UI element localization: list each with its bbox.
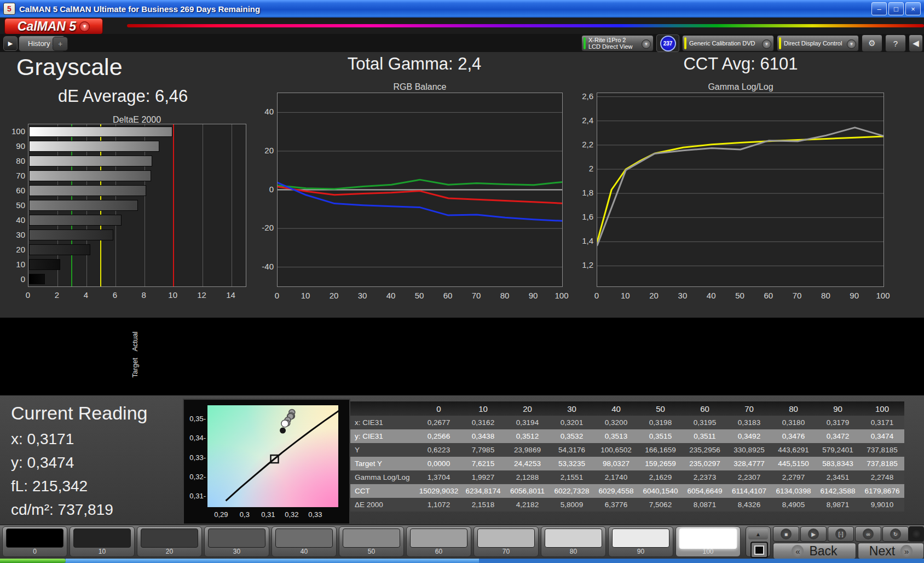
table-cell: 2,1551 bbox=[550, 473, 594, 481]
gear-icon[interactable]: ⚙ bbox=[862, 35, 882, 52]
measured-point-dark bbox=[280, 428, 286, 434]
collapse-panel-icon[interactable]: ◀ bbox=[909, 35, 923, 52]
table-cell: 0,3198 bbox=[638, 418, 683, 427]
table-cell: 0,6223 bbox=[417, 446, 461, 454]
table-cell: 0,3474 bbox=[860, 432, 904, 440]
table-column-header: 80 bbox=[771, 404, 816, 413]
table-cell: 6040,1540 bbox=[638, 487, 683, 495]
refresh-button[interactable]: ↻ bbox=[882, 526, 909, 542]
frame-icon: [·] bbox=[835, 528, 846, 539]
cie-x-tick: 0,3 bbox=[236, 510, 253, 519]
x-tick: 50 bbox=[411, 291, 428, 300]
maximize-button[interactable]: □ bbox=[888, 2, 904, 15]
table-cell: 0,2566 bbox=[417, 432, 461, 440]
y-tick: 2,6 bbox=[570, 91, 593, 101]
play-icon: ▶ bbox=[808, 528, 819, 539]
deltae-x-tick: 8 bbox=[137, 290, 151, 300]
table-cell: 0,3472 bbox=[816, 432, 860, 440]
deltae-bar bbox=[29, 215, 122, 226]
pattern-window-controls: ▲ bbox=[746, 526, 771, 557]
y-tick: 1,4 bbox=[570, 236, 593, 245]
record-circle-icon bbox=[911, 529, 921, 539]
cie-y-tick: 0,34- bbox=[185, 434, 206, 442]
stop-button[interactable]: ■ bbox=[773, 526, 799, 542]
pattern-button-80[interactable]: 80 bbox=[541, 526, 606, 557]
pattern-level-label: 40 bbox=[272, 548, 336, 555]
play-button[interactable]: ▶ bbox=[800, 526, 827, 542]
series-target bbox=[597, 136, 883, 242]
x-tick: 80 bbox=[817, 291, 834, 300]
page-title: Grayscale bbox=[16, 54, 123, 81]
table-row-label: Y bbox=[350, 446, 417, 454]
pattern-button-30[interactable]: 30 bbox=[204, 526, 269, 557]
x-tick: 0 bbox=[268, 291, 286, 300]
pattern-level-label: 30 bbox=[205, 548, 269, 555]
pattern-swatch bbox=[73, 528, 131, 548]
table-cell: 0,3476 bbox=[771, 432, 816, 440]
deltae-y-tick: 30 bbox=[4, 230, 25, 239]
table-row-label: ΔE 2000 bbox=[350, 501, 417, 509]
table-cell: 0,3195 bbox=[683, 418, 727, 427]
table-cell: 445,5150 bbox=[771, 459, 816, 468]
display-status-bar bbox=[779, 37, 781, 49]
pattern-swatch bbox=[612, 528, 669, 548]
source-dropdown[interactable]: Generic Calibration DVD ▼ bbox=[682, 35, 774, 51]
display-control-dropdown[interactable]: Direct Display Control ▼ bbox=[777, 35, 859, 51]
next-button[interactable]: Next » bbox=[858, 543, 924, 559]
frame-button[interactable]: [·] bbox=[828, 526, 854, 542]
pattern-button-100[interactable]: 100 bbox=[675, 526, 741, 557]
meter-dropdown[interactable]: X-Rite i1Pro 2 LCD Direct View ▼ bbox=[581, 35, 654, 51]
pattern-button-0[interactable]: 0 bbox=[2, 526, 67, 557]
table-row-label: y: CIE31 bbox=[350, 432, 417, 440]
y-tick: 1,2 bbox=[570, 260, 593, 269]
table-cell: 0,0000 bbox=[417, 459, 461, 468]
deltae-x-tick: 0 bbox=[21, 290, 34, 300]
table-cell: 7,7985 bbox=[461, 446, 505, 454]
total-gamma-value: Total Gamma: 2,4 bbox=[348, 54, 482, 74]
x-tick: 0 bbox=[588, 291, 605, 300]
gamma-chart-title: Gamma Log/Log bbox=[708, 82, 773, 92]
deltae-bar bbox=[29, 259, 60, 270]
chevron-down-icon: ▼ bbox=[762, 39, 771, 49]
pattern-button-10[interactable]: 10 bbox=[70, 526, 135, 557]
x-tick: 30 bbox=[354, 291, 371, 300]
x-tick: 40 bbox=[382, 291, 400, 300]
table-cell: 6054,6649 bbox=[683, 487, 727, 495]
table-cell: 6234,8174 bbox=[461, 487, 505, 495]
back-button[interactable]: « Back bbox=[773, 543, 856, 559]
pattern-button-20[interactable]: 20 bbox=[137, 526, 202, 557]
continuous-icon: ∞ bbox=[863, 528, 874, 539]
deltae-bar bbox=[29, 274, 45, 285]
pattern-button-90[interactable]: 90 bbox=[608, 526, 673, 557]
table-cell: 0,3511 bbox=[683, 432, 727, 440]
close-button[interactable]: × bbox=[905, 2, 921, 15]
meter-name: X-Rite i1Pro 2 bbox=[588, 37, 640, 43]
y-tick: -40 bbox=[251, 262, 274, 271]
continuous-button[interactable]: ∞ bbox=[855, 526, 881, 542]
table-cell: 0,3183 bbox=[727, 418, 771, 427]
table-cell: 1,9927 bbox=[461, 473, 505, 481]
deltae-x-tick: 10 bbox=[166, 290, 180, 300]
minimize-button[interactable]: – bbox=[871, 2, 887, 15]
table-cell: 98,0327 bbox=[594, 459, 638, 468]
pattern-button-70[interactable]: 70 bbox=[473, 526, 539, 557]
pattern-button-60[interactable]: 60 bbox=[406, 526, 471, 557]
bottom-progress-strip bbox=[0, 559, 924, 563]
pattern-window-button[interactable] bbox=[750, 542, 768, 558]
calman-menu-button[interactable]: CalMAN 5 ▼ bbox=[4, 18, 103, 35]
pattern-button-40[interactable]: 40 bbox=[272, 526, 337, 557]
table-row: Target Y0,00007,621524,425353,323598,032… bbox=[350, 457, 904, 470]
help-icon[interactable]: ? bbox=[885, 35, 906, 52]
add-tab-button[interactable]: + bbox=[53, 37, 68, 51]
meter-mode: LCD Direct View bbox=[588, 43, 640, 50]
table-cell: 579,2401 bbox=[816, 446, 860, 454]
up-arrow-icon[interactable]: ▲ bbox=[748, 528, 768, 539]
tab-expander-icon[interactable]: ▶ bbox=[3, 36, 18, 51]
deltae-x-tick: 6 bbox=[108, 290, 122, 300]
deltae-x-tick: 2 bbox=[50, 290, 63, 300]
deltae-bar bbox=[29, 141, 159, 152]
record-indicator bbox=[909, 526, 924, 542]
pattern-button-50[interactable]: 50 bbox=[339, 526, 404, 557]
logo-caret-icon: ▼ bbox=[79, 21, 90, 32]
y-tick: 1,8 bbox=[570, 188, 593, 197]
